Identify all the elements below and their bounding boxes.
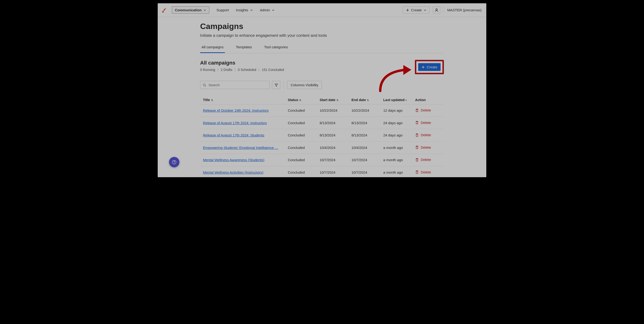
delete-label: Delete [421,108,431,112]
question-icon [172,160,176,164]
chevron-down-icon [250,9,253,12]
stat-scheduled: 0 Scheduled [238,68,256,72]
table-row: Empowering Students' Emotional Intellige… [200,142,444,154]
app-logo [161,7,168,14]
delete-label: Delete [421,133,431,137]
campaign-title-link[interactable]: Release of October 19th 2024: Instructor… [203,108,269,112]
tabs: All campaigns Templates Tool categories [200,45,444,53]
divider [284,82,284,88]
nav-communication-dropdown[interactable]: Communication [172,6,209,14]
search-input[interactable] [208,83,267,87]
delete-label: Delete [421,170,431,174]
trash-icon [415,158,419,162]
columns-visibility-button[interactable]: Columns Visibility [287,81,322,89]
cell-end: 10/22/2024 [349,104,380,117]
svg-point-0 [162,11,164,12]
svg-point-1 [436,8,437,10]
tab-templates[interactable]: Templates [234,45,253,53]
stat-drafts: 2 Drafts [221,68,232,72]
svg-point-4 [174,163,174,163]
cell-status: Concluded [285,166,317,177]
table-row: Release of August 17th 2024: Instructors… [200,117,444,129]
section-title: All campaigns [200,60,415,66]
tab-tool-categories[interactable]: Tool categories [263,45,290,53]
search-box[interactable] [200,81,270,89]
cell-start: 10/7/2024 [317,166,349,177]
trash-icon [415,108,419,112]
col-action: Action [412,96,444,104]
plus-icon [406,8,409,12]
nav-support[interactable]: Support [216,8,229,12]
table-row: Mental Wellness Activities (Instructors)… [200,166,444,177]
cell-status: Concluded [285,117,317,129]
create-button-label: Create [427,65,437,69]
cell-updated: 24 days ago [380,117,412,129]
col-status[interactable]: Status⇅ [285,96,317,104]
separator: | [234,68,236,72]
content-inner: Campaigns Initiate a campaign to enhance… [200,22,444,177]
help-fab[interactable] [169,157,180,167]
nav-insights-dropdown[interactable]: Insights [236,8,253,12]
nav-admin-label: Admin [260,8,270,12]
tab-all-campaigns[interactable]: All campaigns [200,45,225,53]
nav-support-label: Support [216,8,229,12]
campaign-title-link[interactable]: Mental Wellness Activities (Instructors) [203,170,263,174]
section-header: All campaigns 0 Running | 2 Drafts | 0 S… [200,60,444,74]
campaign-title-link[interactable]: Mental Wellness Awareness (Students) [203,158,264,162]
chevron-down-icon [204,9,206,12]
stat-running: 0 Running [200,68,215,72]
cell-end: 10/7/2024 [349,166,380,177]
cell-updated: a month ago [380,142,412,154]
delete-label: Delete [421,158,431,162]
app-frame: Communication Support Insights Admin Cre… [158,3,486,177]
delete-button[interactable]: Delete [415,108,431,112]
separator: | [218,68,218,72]
page-title: Campaigns [200,22,444,31]
content: Campaigns Initiate a campaign to enhance… [158,17,486,177]
columns-visibility-label: Columns Visibility [291,83,318,87]
table-header-row: Title⇅ Status⇅ Start date⇅ End date⇅ Las… [200,96,444,104]
top-create-label: Create [411,8,422,12]
trash-icon [415,133,419,137]
top-create-dropdown[interactable]: Create [403,6,430,14]
cell-start: 10/4/2024 [317,142,349,154]
campaigns-table: Title⇅ Status⇅ Start date⇅ End date⇅ Las… [200,96,444,177]
search-icon [203,83,206,87]
cell-start: 10/7/2024 [317,154,349,166]
cell-updated: 12 days ago [380,104,412,117]
campaign-title-link[interactable]: Release of August 17th 2024: Instructors [203,121,267,125]
sort-icon: ⇅ [211,99,213,102]
sort-icon: ⇅ [367,99,369,102]
delete-button[interactable]: Delete [415,158,431,162]
col-title[interactable]: Title⇅ [200,96,285,104]
campaign-title-link[interactable]: Empowering Students' Emotional Intellige… [203,146,278,150]
plus-icon [422,66,425,69]
trash-icon [415,170,419,174]
table-row: Release of October 19th 2024: Instructor… [200,104,444,117]
cell-end: 8/13/2024 [349,117,380,129]
cell-status: Concluded [285,104,317,117]
delete-button[interactable]: Delete [415,121,431,125]
svg-point-2 [203,84,205,86]
nav-insights-label: Insights [236,8,248,12]
sort-icon: ⇅ [336,99,338,102]
nav-admin-dropdown[interactable]: Admin [260,8,275,12]
filter-button[interactable] [272,81,280,89]
delete-button[interactable]: Delete [415,146,431,150]
create-button[interactable]: Create [418,63,440,71]
filter-icon [274,83,278,87]
cell-end: 10/4/2024 [349,142,380,154]
campaign-title-link[interactable]: Release of August 17th 2024: Students [203,133,264,137]
delete-label: Delete [421,121,431,125]
delete-button[interactable]: Delete [415,170,431,174]
chevron-down-icon [272,9,274,12]
create-button-highlight: Create [415,60,444,74]
col-end[interactable]: End date⇅ [349,96,380,104]
cell-end: 10/7/2024 [349,154,380,166]
col-start[interactable]: Start date⇅ [317,96,349,104]
table-row: Mental Wellness Awareness (Students) Con… [200,154,444,166]
col-updated[interactable]: Last updated▾ [380,96,412,104]
user-profile-button[interactable] [433,6,440,14]
delete-button[interactable]: Delete [415,133,431,137]
stats-line: 0 Running | 2 Drafts | 0 Scheduled | 151… [200,68,415,72]
